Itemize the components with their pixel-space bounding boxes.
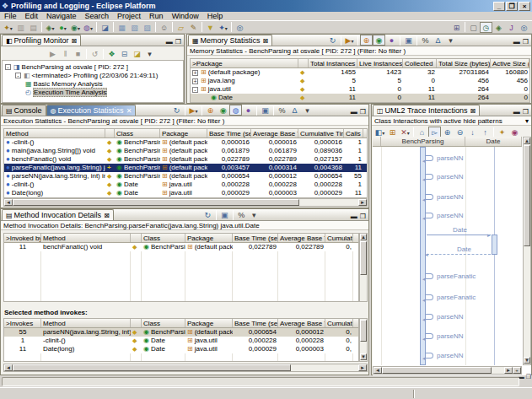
date-activation-bar[interactable] [492,235,497,255]
open-new-view-icon[interactable]: ▣ [218,209,231,220]
message-label[interactable]: parseNN [437,212,464,219]
minimize-view-icon[interactable]: ▬ [166,38,173,46]
self-call-icon[interactable] [426,213,433,218]
invokes-vscrollbar[interactable]: ▼ [359,318,368,362]
resume-icon[interactable]: ▶ [46,48,59,59]
message-label[interactable]: parseNN [437,173,464,181]
menu-navigate[interactable]: Navigate [42,12,81,20]
sequence-diagram[interactable]: BenchParsing Date ◂parseNN◂parseNN◂parse… [373,137,531,375]
menu-help[interactable]: Help [203,12,228,20]
tab-profiling-monitor[interactable]: ◧ Profiling Monitor ⊠ [2,35,81,46]
column-header[interactable]: Class [142,319,185,327]
import-log-icon[interactable]: ▨ [141,22,153,33]
web-browser-icon[interactable]: ◎ [234,22,246,33]
message-label[interactable]: Date [453,226,467,234]
table-row[interactable]: ●parseFanatic(java.lang.String) ja+◉Benc… [4,164,367,172]
minimize-view-icon[interactable]: ▬ [351,213,357,220]
search-icon[interactable]: ✦▾ [217,22,229,33]
log-filters-icon[interactable]: ▧ [128,22,141,33]
message-label[interactable]: parseNN [437,313,464,321]
maximize-view-icon[interactable]: ❒ [360,108,366,116]
menu-run[interactable]: Run [145,12,168,20]
view-menu-icon[interactable]: ▾ [444,35,457,46]
annotate-icon[interactable]: ✎ [187,22,200,33]
column-header[interactable]: Base Time (sec... [207,129,251,137]
column-header[interactable]: Average Base T... [251,129,298,137]
table-row[interactable]: -⊞java.util◆110112640 [191,85,529,94]
scroll-thumb[interactable] [13,199,299,206]
column-header[interactable]: Package [185,319,233,327]
delta-columns-icon[interactable]: Δ [288,105,301,116]
expand-toggle-icon[interactable]: - [5,64,11,70]
fastview-bar[interactable] [2,377,519,386]
table-row[interactable]: +⊞java.lang◆550456456 [191,77,529,85]
scroll-up-icon[interactable]: ▲ [360,234,367,240]
scroll-thumb[interactable] [13,364,291,371]
dropdown-arrow-icon[interactable]: ▾ [352,39,354,44]
log-view-icon[interactable]: ▦ [116,22,128,33]
table-row[interactable]: 1-clinit-()◆◉Date⊞java.util0,0002280,000… [4,337,358,345]
self-call-icon[interactable] [426,353,433,359]
column-header[interactable] [131,319,142,327]
refresh-icon[interactable]: ↺ [89,48,101,59]
method-level-icon[interactable]: ◍ [229,105,242,116]
perspective-profiling-icon[interactable]: ◷ [480,22,492,33]
maximize-view-icon[interactable]: ❒ [523,38,529,46]
perspective-resource-icon[interactable]: ▢ [467,22,480,33]
view-menu-icon[interactable]: ▾ [143,48,156,59]
minimize-view-icon[interactable]: ▬ [513,108,520,116]
restore-button[interactable]: ❐ [506,2,518,11]
scroll-right-icon[interactable]: ► [358,199,367,206]
open-file-icon[interactable]: ▱ [175,22,187,33]
class-level-icon[interactable]: ◉ [217,105,229,116]
view-menu-chevron-icon[interactable]: ▾ [525,116,531,125]
menu-edit[interactable]: Edit [21,12,43,20]
dropdown-arrow-icon[interactable]: ▾ [90,26,93,31]
tree-item[interactable]: -◧<terminated> Profiling (22/03/06 21:49… [3,71,183,79]
scroll-thumb[interactable] [360,241,367,275]
dropdown-arrow-icon[interactable]: ▾ [51,26,54,31]
bookmark-icon[interactable]: ▼ [204,22,217,33]
self-call-icon[interactable] [426,194,433,200]
column-header[interactable]: Method [4,129,105,137]
expand-toggle-icon[interactable]: + [192,78,198,84]
run-icon[interactable]: ●▾ [56,22,69,33]
coverage-icon[interactable]: ◍▾ [82,22,94,33]
zoom-corner-icon[interactable]: + [513,367,521,374]
dropdown-arrow-icon[interactable]: ▾ [64,26,67,31]
self-call-icon[interactable] [426,333,433,339]
column-header[interactable]: Method [41,319,131,327]
open-perspective-icon[interactable]: ⊞ [450,22,463,33]
dropdown-arrow-icon[interactable]: ▾ [196,109,198,114]
tree-item[interactable]: ▦Basic Memory Analysis [3,79,183,88]
menu-file[interactable]: File [0,12,21,20]
table-row[interactable]: +⊞(default package)◆14551423322703186416… [191,68,529,77]
scroll-thumb[interactable] [524,145,530,246]
column-header[interactable]: Calls [344,129,363,137]
column-header[interactable]: Class [142,234,185,242]
expand-toggle-icon[interactable]: + [192,70,198,76]
column-header[interactable]: Cumulative [325,319,353,327]
menu-project[interactable]: Project [113,12,145,20]
scroll-down-icon[interactable]: ▼ [524,357,530,364]
lifeline-header-benchparsing[interactable]: BenchParsing [381,137,465,146]
close-tab-icon[interactable]: ✕ [126,107,132,115]
scroll-left-icon[interactable]: ◄ [4,199,13,206]
perspective-team-icon[interactable]: ◎ [518,22,530,33]
column-header[interactable]: Total Instances [309,59,357,67]
column-header[interactable]: Active Size (byt... [491,59,529,67]
tab-uml2-trace-interactions[interactable]: ◫ UML2 Trace Interactions ⊠ [373,105,480,116]
message-label[interactable]: parseFanatic [437,294,476,301]
message-label[interactable]: Date [457,245,471,253]
dropdown-arrow-icon[interactable]: ▾ [78,26,80,31]
scroll-right-icon[interactable]: ► [358,364,367,371]
dropdown-arrow-icon[interactable]: ▾ [225,26,228,31]
invoked-by-vscrollbar[interactable]: ▲ [359,233,368,302]
tab-console[interactable]: ▤ Console [2,105,46,116]
collapse-all-icon[interactable]: ⊟ [118,48,131,59]
table-row[interactable]: ●Date(long)◆◉Date⊞java.util0,0000290,000… [4,189,367,197]
message-label[interactable]: parseFanatic [437,272,476,280]
menu-window[interactable]: Window [168,12,203,20]
dropdown-arrow-icon[interactable]: ▾ [382,131,384,136]
lifeline-header-date[interactable]: Date [465,137,522,146]
